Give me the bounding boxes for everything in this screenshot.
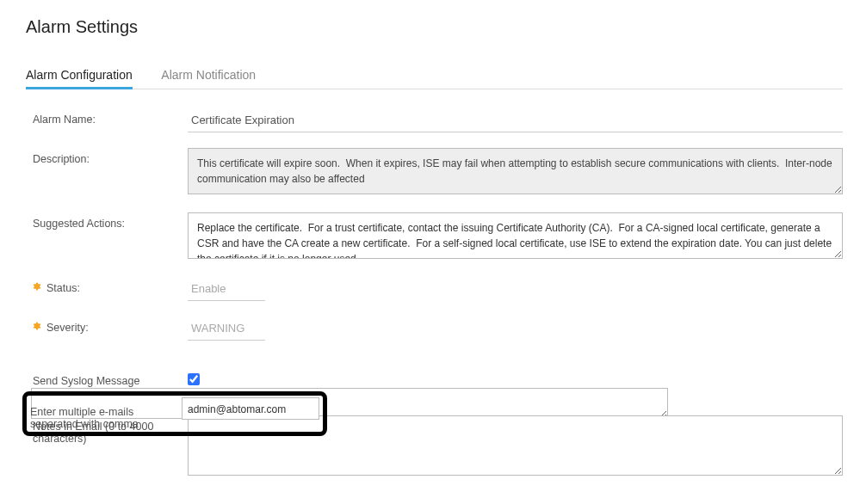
row-description: Description: xyxy=(33,148,843,197)
row-severity: Severity: xyxy=(33,317,843,341)
tab-alarm-configuration[interactable]: Alarm Configuration xyxy=(26,63,133,89)
row-alarm-name: Alarm Name: xyxy=(33,108,843,132)
page-title: Alarm Settings xyxy=(26,17,843,37)
tabs: Alarm Configuration Alarm Notification xyxy=(26,63,843,89)
row-suggested-actions: Suggested Actions: xyxy=(33,212,843,261)
label-status-text: Status: xyxy=(46,282,80,294)
label-alarm-name: Alarm Name: xyxy=(33,108,188,126)
label-description: Description: xyxy=(33,148,188,165)
emails-textarea[interactable] xyxy=(182,397,319,420)
label-severity-text: Severity: xyxy=(46,322,89,334)
gear-icon xyxy=(33,322,41,330)
alarm-name-input[interactable] xyxy=(188,108,843,132)
label-suggested-actions: Suggested Actions: xyxy=(33,212,188,230)
tab-alarm-notification[interactable]: Alarm Notification xyxy=(161,63,256,89)
highlight-frame: Enter multiple e-mails separated with co… xyxy=(22,391,327,436)
gear-icon xyxy=(33,282,41,291)
severity-input xyxy=(188,317,265,341)
status-input xyxy=(188,277,265,301)
label-emails: Enter multiple e-mails separated with co… xyxy=(30,397,182,430)
syslog-checkbox[interactable] xyxy=(188,373,200,385)
row-status: Status: xyxy=(33,277,843,301)
label-syslog: Send Syslog Message xyxy=(33,370,188,387)
row-syslog: Send Syslog Message xyxy=(33,370,843,388)
suggested-actions-textarea[interactable] xyxy=(188,212,843,259)
alarm-form: Alarm Name: Description: Suggested Actio… xyxy=(26,108,843,478)
description-textarea xyxy=(188,148,843,194)
